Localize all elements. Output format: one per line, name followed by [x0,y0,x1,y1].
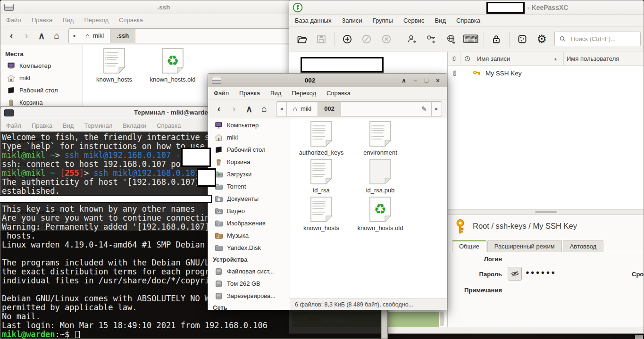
ssh-menu-item-1[interactable]: Правка [32,17,52,24]
breadcrumb-next-icon[interactable]: ▸ [431,102,442,116]
term-menu-item-5[interactable]: Справка [157,122,181,129]
password-generator-button[interactable] [515,31,529,47]
edit-entry-button[interactable] [360,31,373,47]
back-button[interactable]: ‹ [213,102,225,115]
breadcrumb-home[interactable]: ⌂mikl [79,29,110,43]
ssh-place-item-0[interactable]: Компьютер [0,59,83,72]
002-device-item-0[interactable]: Файловая сист... [208,265,290,277]
ssh-menu-item-3[interactable]: Переход [84,17,109,24]
tab-2[interactable]: Автоввод [563,240,604,252]
002-menu-item-3[interactable]: Переход [292,90,316,97]
term-menu-item-3[interactable]: Терминал [84,122,112,129]
ssh-place-item-1[interactable]: mikl [0,72,83,84]
close-button[interactable]: × [433,77,443,84]
forward-button[interactable]: › [228,102,240,115]
002-place-item-3[interactable]: Корзина [208,156,290,168]
kpxc-menu-item-1[interactable]: Записи [342,17,362,24]
keepassxc-menubar: База данныхЗаписиГруппыСервисВидСправка [289,15,644,27]
file-item-known_hosts.old[interactable]: known_hosts.old [354,197,407,232]
back-button[interactable]: ‹ [5,29,17,42]
002-menu-item-1[interactable]: Правка [239,90,260,97]
search-input[interactable] [570,35,636,43]
entry-row-my-ssh-key[interactable]: My SSH Key [448,66,644,81]
term-menu-item-1[interactable]: Правка [32,122,52,129]
002-place-item-4[interactable]: Загрузки [208,168,290,180]
open-database-button[interactable] [295,31,309,47]
copy-password-button[interactable] [425,31,438,47]
002-device-item-2[interactable]: Зарезервирова... [208,289,290,302]
002-place-item-0[interactable]: Компьютер [208,119,290,131]
up-button[interactable]: ∧ [243,102,255,115]
expiry-column-header[interactable] [460,52,474,65]
term-menu-item-4[interactable]: Вкладки [123,122,146,129]
toolbar-separator [484,32,484,47]
file-item-known_hosts[interactable]: known_hosts [88,48,141,83]
shade-button[interactable]: ∧ [399,77,409,84]
copy-username-button[interactable] [405,31,418,47]
kpxc-menu-item-0[interactable]: База данных [295,17,331,24]
kpxc-menu-item-4[interactable]: Вид [435,17,446,24]
002-place-item-7[interactable]: Видео [208,205,290,217]
name-column-header[interactable]: Имя записи▲ [474,52,564,65]
up-button[interactable]: ∧ [35,29,48,42]
tab-0[interactable]: Общие [452,240,486,252]
breadcrumb-home[interactable]: ⌂mikl [287,102,318,116]
panel-splitter[interactable] [448,209,644,215]
breadcrumb-current[interactable]: .ssh [110,29,135,43]
minimize-button[interactable]: – [410,77,420,84]
file-item-known_hosts[interactable]: known_hosts [295,197,348,232]
term-menu-item-0[interactable]: Файл [6,122,21,129]
edit-path-button[interactable]: ✎ [417,102,431,116]
delete-entry-button[interactable] [379,31,393,47]
open-url-button[interactable] [444,31,458,47]
002-status-text: 6 файлов: 8,3 КиБ (8 489 байт), свободно… [295,301,413,308]
forward-button[interactable]: › [20,29,33,42]
ssh-menu-item-0[interactable]: Файл [6,17,21,24]
002-breadcrumb: ◂ ⌂mikl 002 ✎ ▸ [276,101,442,116]
toggle-password-visibility-button[interactable] [508,267,522,281]
keepassxc-titlebar[interactable]: - KeePassXC [289,0,644,15]
ssh-menu-item-2[interactable]: Вид [63,17,74,24]
002-place-item-1[interactable]: mikl [208,131,290,143]
002-menu-item-2[interactable]: Вид [270,90,282,97]
term-menu-item-2[interactable]: Вид [63,122,74,129]
tab-1[interactable]: Расширенный режим [487,240,562,252]
002-menu-item-0[interactable]: Файл [214,90,229,97]
attachment-column-header[interactable] [448,52,460,65]
maximize-button[interactable]: □ [421,77,432,84]
lock-database-button[interactable] [490,31,503,47]
002-place-item-5[interactable]: Torrent [208,180,290,192]
ssh-place-item-2[interactable]: Рабочий стол [0,84,83,96]
file-item-id_rsa.pub[interactable]: id_rsa.pub [354,159,407,194]
file-label: id_rsa.pub [354,187,407,194]
new-entry-button[interactable] [340,31,354,47]
002-device-item-1[interactable]: Том 262 GB [208,277,290,289]
file-item-authorized_keys[interactable]: authorized_keys [295,121,348,156]
002-titlebar[interactable]: 002 ∧–□× [208,74,447,87]
breadcrumb-prev-icon[interactable]: ◂ [69,29,79,43]
ssh-titlebar[interactable]: .ssh [0,0,314,14]
002-place-item-10[interactable]: Yandex.Disk [208,241,290,254]
002-place-item-9[interactable]: Музыка [208,229,290,241]
home-button[interactable]: ⌂ [258,102,270,115]
002-place-item-6[interactable]: Документы [208,192,290,205]
file-item-environment[interactable]: environment [354,121,407,156]
002-place-item-8[interactable]: Изображения [208,217,290,229]
ssh-menu-item-4[interactable]: Справка [119,17,143,24]
file-item-known_hosts.old[interactable]: known_hosts.old [146,48,199,83]
username-column-header[interactable]: Имя пользователя [564,52,644,65]
save-database-button[interactable] [314,31,328,47]
file-item-id_rsa[interactable]: id_rsa [295,159,348,194]
group-scrollbar[interactable] [440,312,444,326]
002-menu-item-4[interactable]: Справка [326,90,351,97]
breadcrumb-current[interactable]: 002 [318,102,341,116]
settings-button[interactable]: ⚙ [535,31,549,47]
kpxc-menu-item-3[interactable]: Сервис [403,17,425,24]
autotype-button[interactable]: ⌨ [464,31,478,47]
home-button[interactable]: ⌂ [50,29,63,42]
terminal-window-title: Терминал - mikl@warden: ~ [134,109,219,116]
breadcrumb-prev-icon[interactable]: ◂ [276,102,287,116]
002-place-item-2[interactable]: Рабочий стол [208,143,290,156]
kpxc-menu-item-5[interactable]: Справка [456,17,480,24]
kpxc-menu-item-2[interactable]: Группы [373,17,393,24]
